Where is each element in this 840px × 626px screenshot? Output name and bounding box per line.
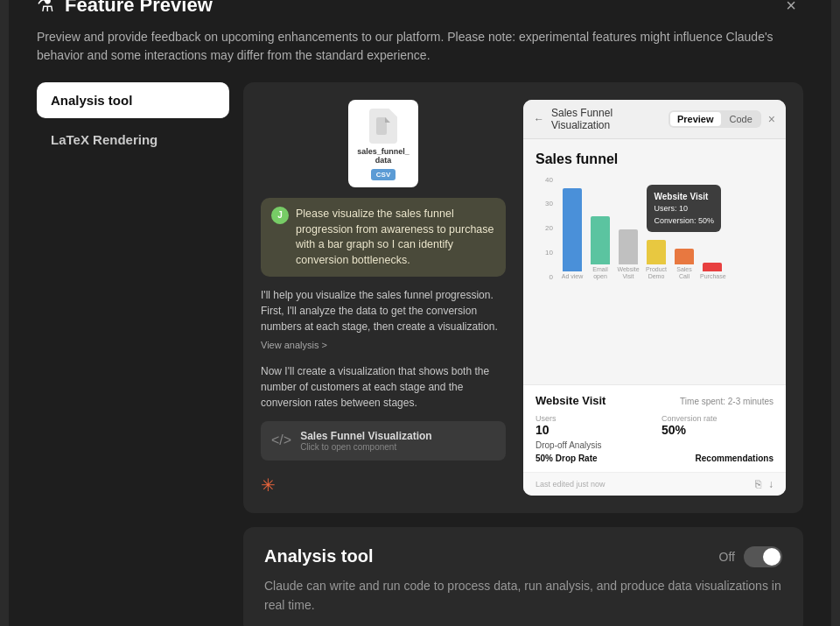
- detail-bottom-row: 50% Drop Rate Recommendations: [536, 454, 774, 463]
- tooltip-users-value: 10: [679, 204, 688, 213]
- modal-body: Analysis tool LaTeX Rendering: [37, 82, 803, 626]
- bar-product-demo: Product Demo: [644, 240, 668, 281]
- modal: ⚗ Feature Preview × Preview and provide …: [9, 0, 831, 626]
- chart-title: Sales funnel: [536, 151, 774, 167]
- bar-purchase-rect[interactable]: [703, 263, 722, 271]
- csv-filename: sales_funnel_ data: [355, 147, 411, 166]
- sidebar-item-latex-rendering[interactable]: LaTeX Rendering: [37, 122, 229, 158]
- tooltip-conversion-label: Conversion:: [654, 216, 698, 225]
- detail-title: Website Visit: [536, 394, 606, 407]
- assistant-message-1: I'll help you visualize the sales funnel…: [261, 287, 506, 353]
- tab-preview[interactable]: Preview: [670, 112, 721, 126]
- component-subtitle: Click to open component: [300, 442, 432, 452]
- chart-tooltip: Website Visit Users: 10 Conversion: 50%: [647, 185, 721, 233]
- viz-content: Sales funnel 40 30 20 10 0: [523, 139, 786, 384]
- viz-footer: Last edited just now ⎘ ↓: [523, 472, 786, 496]
- bar-ad-view-rect[interactable]: [563, 188, 582, 271]
- feature-section: Analysis tool Off Claude can write and r…: [243, 527, 803, 626]
- recommendations-label: Recommendations: [696, 454, 774, 463]
- tab-code[interactable]: Code: [723, 112, 760, 126]
- preview-section: sales_funnel_ data CSV J Please visualiz…: [243, 82, 803, 513]
- user-avatar: J: [271, 207, 289, 224]
- drop-off-label: Drop-off Analysis: [536, 440, 774, 450]
- toggle-knob: [763, 548, 780, 566]
- feature-toggle[interactable]: [744, 546, 782, 567]
- viz-header: ← Sales Funnel Visualization Preview Cod…: [523, 100, 786, 139]
- assistant-message-2: Now I'll create a visualization that sho…: [261, 363, 506, 411]
- component-info: Sales Funnel Visualization Click to open…: [300, 430, 432, 452]
- users-label: Users: [536, 414, 648, 423]
- sidebar-item-analysis-tool[interactable]: Analysis tool: [37, 82, 229, 118]
- tooltip-users-label: Users:: [654, 204, 679, 213]
- conversion-value: 50%: [662, 423, 774, 437]
- copy-button[interactable]: ⎘: [755, 478, 761, 490]
- bar-website-visit-rect[interactable]: [619, 229, 638, 264]
- visualization-panel: ← Sales Funnel Visualization Preview Cod…: [523, 100, 786, 496]
- tooltip-title: Website Visit: [654, 192, 708, 201]
- bar-ad-view: Ad view: [560, 188, 584, 280]
- viz-title: Sales Funnel Visualization: [551, 107, 662, 131]
- view-analysis-link[interactable]: View analysis >: [261, 338, 506, 353]
- bar-sales-call-rect[interactable]: [675, 249, 694, 264]
- feature-title: Analysis tool: [264, 546, 373, 566]
- viz-close-button[interactable]: ×: [768, 112, 775, 126]
- component-card[interactable]: </> Sales Funnel Visualization Click to …: [261, 421, 506, 461]
- conversion-label: Conversion rate: [662, 414, 774, 423]
- bar-email-open-rect[interactable]: [591, 216, 610, 264]
- chat-panel: sales_funnel_ data CSV J Please visualiz…: [261, 100, 506, 496]
- viz-back-button[interactable]: ←: [534, 113, 544, 125]
- conversion-col: Conversion rate 50%: [662, 414, 774, 437]
- viz-tabs: Preview Code: [668, 110, 761, 128]
- user-message-text: Please visualize the sales funnel progre…: [296, 207, 495, 268]
- bar-purchase: Purchase: [700, 263, 724, 280]
- bar-email-open: Email open: [588, 216, 612, 281]
- viz-details: Website Visit Time spent: 2-3 minutes Us…: [523, 384, 786, 472]
- modal-description: Preview and provide feedback on upcoming…: [37, 28, 803, 65]
- detail-row: Users 10 Conversion rate 50%: [536, 414, 774, 437]
- csv-badge: CSV: [371, 169, 396, 180]
- bar-product-demo-rect[interactable]: [647, 240, 666, 264]
- user-message: J Please visualize the sales funnel prog…: [261, 198, 506, 277]
- modal-title: Feature Preview: [65, 0, 213, 17]
- content-area: sales_funnel_ data CSV J Please visualiz…: [243, 82, 803, 626]
- bar-sales-call: Sales Call: [672, 249, 696, 281]
- bar-chart: 40 30 20 10 0 Ad view: [536, 176, 774, 281]
- modal-header: ⚗ Feature Preview ×: [37, 0, 803, 19]
- users-col: Users 10: [536, 414, 648, 437]
- last-edited: Last edited just now: [536, 480, 606, 489]
- feature-description: Claude can write and run code to process…: [264, 576, 782, 615]
- y-axis: 40 30 20 10 0: [536, 176, 556, 281]
- csv-card: sales_funnel_ data CSV: [348, 100, 418, 188]
- toggle-label: Off: [719, 550, 735, 564]
- code-icon: </>: [271, 433, 291, 448]
- file-icon: [369, 109, 397, 144]
- modal-title-row: ⚗ Feature Preview: [37, 0, 213, 17]
- bar-website-visit: Website Visit: [616, 229, 640, 281]
- close-button[interactable]: ×: [779, 0, 803, 19]
- tooltip-conversion-value: 50%: [698, 216, 714, 225]
- footer-actions: ⎘ ↓: [755, 478, 774, 490]
- drop-rate-label: 50% Drop Rate: [536, 454, 598, 463]
- users-value: 10: [536, 423, 648, 437]
- claude-icon: ✳: [261, 475, 506, 496]
- detail-time: Time spent: 2-3 minutes: [680, 397, 774, 406]
- download-button[interactable]: ↓: [768, 478, 774, 490]
- sidebar: Analysis tool LaTeX Rendering: [37, 82, 229, 626]
- flask-icon: ⚗: [37, 0, 54, 17]
- toggle-area: Off: [719, 546, 782, 567]
- component-title: Sales Funnel Visualization: [300, 430, 432, 442]
- feature-header: Analysis tool Off: [264, 546, 782, 567]
